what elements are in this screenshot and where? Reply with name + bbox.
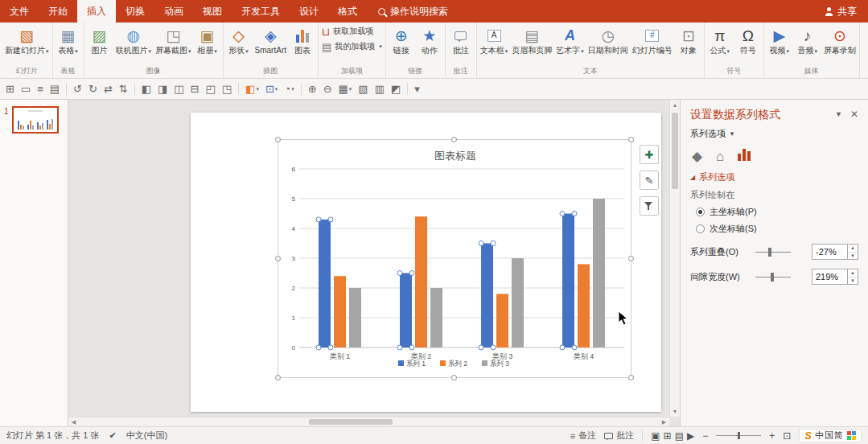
selection-handle[interactable] xyxy=(409,271,414,276)
vertical-scroll-thumb[interactable] xyxy=(672,113,678,189)
slide-thumbnail-1[interactable]: 1 xyxy=(4,106,68,134)
button-页眉和页脚[interactable]: ▤页眉和页脚 xyxy=(510,24,553,56)
selection-handle[interactable] xyxy=(397,345,402,350)
spell-check-icon[interactable]: ✔ xyxy=(109,430,117,441)
button-屏幕录制[interactable]: ⊙屏幕录制 xyxy=(822,24,858,56)
series-overlap-input[interactable]: -27% ▲▼ xyxy=(812,244,858,260)
selection-handle[interactable] xyxy=(560,212,565,216)
series-overlap-value[interactable]: -27% xyxy=(812,245,847,259)
gap-width-slider[interactable] xyxy=(755,277,791,278)
align-left-icon[interactable]: ◧ xyxy=(142,84,151,94)
tab-格式[interactable]: 格式 xyxy=(328,0,367,23)
button-公式[interactable]: π公式▾ xyxy=(706,24,734,56)
slider-thumb[interactable] xyxy=(768,248,771,257)
grid-icon[interactable]: ▦▾ xyxy=(339,84,352,94)
slide-thumbnail-image[interactable] xyxy=(12,106,59,134)
slideshow-view-icon[interactable]: ▶ xyxy=(687,430,694,442)
button-形状[interactable]: ◇形状▾ xyxy=(225,24,253,56)
bring-to-front-icon[interactable]: ◰ xyxy=(206,84,216,94)
toolbar-options-icon[interactable]: ▾ xyxy=(414,84,420,94)
series-options-dropdown[interactable]: 系列选项 ▼ xyxy=(690,128,858,140)
selection-handle[interactable] xyxy=(479,345,483,350)
spin-down-icon[interactable]: ▼ xyxy=(848,253,858,260)
chart-object[interactable]: 0123456图表标题类别 1类别 2类别 3类别 4系列 1系列 2系列 3 xyxy=(278,139,631,378)
fit-to-window-icon[interactable]: ⊡ xyxy=(783,430,791,442)
resize-handle-middle-right[interactable] xyxy=(628,256,634,261)
bar-系列 3-类别 4[interactable] xyxy=(593,199,605,347)
tab-文件[interactable]: 文件 xyxy=(0,0,39,23)
selection-handle[interactable] xyxy=(560,345,565,350)
zoom-in-button[interactable]: + xyxy=(769,430,775,442)
resize-handle-bottom-left[interactable] xyxy=(275,375,281,380)
tab-开发工具[interactable]: 开发工具 xyxy=(232,0,290,23)
outline-color-icon[interactable]: ⊡▾ xyxy=(265,84,278,94)
radio-selected-icon[interactable] xyxy=(696,208,705,216)
normal-view-icon[interactable]: ▣ xyxy=(651,430,660,442)
reading-view-icon[interactable]: ▤ xyxy=(675,430,684,442)
language-status[interactable]: 中文(中国) xyxy=(126,430,167,442)
button-音频[interactable]: ♪音频▾ xyxy=(794,24,821,56)
bar-系列 2-类别 4[interactable] xyxy=(578,264,590,347)
button-符号[interactable]: Ω符号 xyxy=(734,24,762,56)
resize-handle-top-middle[interactable] xyxy=(451,137,457,142)
horizontal-scroll-thumb[interactable] xyxy=(309,419,393,425)
chart-elements-button[interactable]: ✚ xyxy=(640,145,659,164)
button-幻灯片编号[interactable]: #幻灯片编号 xyxy=(631,24,674,56)
selection-handle[interactable] xyxy=(572,212,577,216)
editing-canvas[interactable]: 0123456图表标题类别 1类别 2类别 3类别 4系列 1系列 2系列 3 … xyxy=(68,100,680,426)
zoom-out-button[interactable]: − xyxy=(702,430,708,442)
zoom-slider[interactable] xyxy=(716,435,761,436)
zoom-slider-thumb[interactable] xyxy=(738,432,740,439)
send-to-back-icon[interactable]: ◳ xyxy=(222,84,232,94)
button-联机图片[interactable]: ◍联机图片▾ xyxy=(114,24,154,56)
align-text-icon[interactable]: ≡ xyxy=(37,84,43,94)
slide[interactable]: 0123456图表标题类别 1类别 2类别 3类别 4系列 1系列 2系列 3 … xyxy=(191,113,661,412)
fill-line-tab-icon[interactable]: ◆ xyxy=(692,150,702,163)
button-图表[interactable]: 图表 xyxy=(289,24,316,56)
selection-handle[interactable] xyxy=(491,241,496,246)
bar-系列 2-类别 3[interactable] xyxy=(496,294,508,347)
gap-width-input[interactable]: 219% ▲▼ xyxy=(812,269,858,285)
button-艺术字[interactable]: A艺术字▾ xyxy=(554,24,586,56)
crop-icon[interactable]: ◩ xyxy=(391,84,401,94)
insert-placeholder-icon[interactable]: ▤ xyxy=(50,84,60,94)
zoom-in-icon[interactable]: ⊕ xyxy=(308,84,317,94)
button-对象[interactable]: ⊡对象 xyxy=(675,24,702,56)
selection-handle[interactable] xyxy=(328,217,333,222)
tab-开始[interactable]: 开始 xyxy=(39,0,77,23)
spin-up-icon[interactable]: ▲ xyxy=(848,269,858,278)
resize-handle-bottom-right[interactable] xyxy=(628,375,634,380)
notes-button[interactable]: ≡备注 xyxy=(570,430,596,442)
align-right-icon[interactable]: ◨ xyxy=(158,84,167,94)
zoom-out-icon[interactable]: ⊖ xyxy=(323,84,332,94)
tab-切换[interactable]: 切换 xyxy=(116,0,154,23)
button-动作[interactable]: ★动作 xyxy=(416,24,443,56)
sogou-ime-bar[interactable]: S 中国简 xyxy=(799,429,862,442)
selection-handle[interactable] xyxy=(397,271,402,276)
primary-axis-radio[interactable]: 主坐标轴(P) xyxy=(696,206,858,218)
button-链接[interactable]: ⊕链接 xyxy=(388,24,415,56)
radio-unselected-icon[interactable] xyxy=(696,224,705,233)
scroll-right-icon[interactable]: ▶ xyxy=(659,417,669,426)
button-图片[interactable]: ▨图片 xyxy=(86,24,113,56)
bar-系列 2-类别 1[interactable] xyxy=(334,276,346,347)
button-批注[interactable]: 批注 xyxy=(447,24,475,56)
resize-handle-bottom-middle[interactable] xyxy=(451,375,457,380)
chart-styles-button[interactable]: ✎ xyxy=(640,171,659,190)
selection-handle[interactable] xyxy=(479,241,483,246)
selection-handle[interactable] xyxy=(328,345,333,350)
series-options-section-header[interactable]: ◢ 系列选项 xyxy=(690,171,858,183)
comments-button[interactable]: 批注 xyxy=(604,430,634,442)
selection-handle[interactable] xyxy=(491,345,496,350)
tab-视图[interactable]: 视图 xyxy=(193,0,232,23)
horizontal-scrollbar[interactable]: ◀ ▶ xyxy=(68,417,669,426)
insert-shape-icon[interactable]: ▭ xyxy=(21,84,31,94)
bar-系列 3-类别 2[interactable] xyxy=(430,288,442,347)
button-日期和时间[interactable]: ◷日期和时间 xyxy=(586,24,630,56)
bar-系列 1-类别 2[interactable] xyxy=(400,273,412,348)
button-视频[interactable]: ▶视频▾ xyxy=(766,24,793,56)
button-文本框[interactable]: A文本框▾ xyxy=(479,24,510,56)
spin-up-icon[interactable]: ▲ xyxy=(848,245,858,253)
scroll-left-icon[interactable]: ◀ xyxy=(68,417,79,426)
pane-menu-chevron-icon[interactable]: ▼ xyxy=(835,110,842,118)
